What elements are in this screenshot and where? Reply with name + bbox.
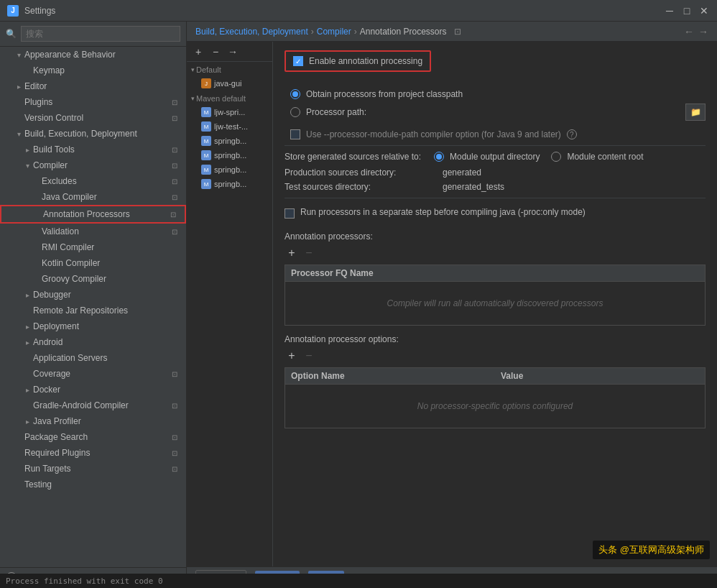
sidebar-item-label: Appearance & Behavior [24,50,180,60]
sidebar-item-coverage[interactable]: Coverage ⊡ [0,366,186,382]
sidebar-item-validation[interactable]: Validation ⊡ [0,224,186,239]
processor-path-browse-btn[interactable]: 📁 [685,104,706,121]
radio-processor-path[interactable]: Processor path: 📁 [290,104,706,121]
sidebar: 🔍 Appearance & Behavior Keymap Editor Pl… [0,22,187,588]
sidebar-item-keymap[interactable]: Keymap [0,63,186,78]
ltree-item-2[interactable]: M ljw-test-... [187,119,272,134]
module-icon: M [201,179,211,189]
sidebar-item-deployment[interactable]: Deployment [0,318,186,334]
sidebar-item-build-tools[interactable]: Build Tools ⊡ [0,142,186,157]
close-button[interactable]: ✕ [698,5,710,17]
remove-option-button[interactable]: − [302,349,316,363]
module-icon: M [201,136,211,146]
sidebar-item-java-profiler[interactable]: Java Profiler [0,413,186,429]
radio-module-content[interactable]: Module content root [551,152,643,162]
sidebar-tree: Appearance & Behavior Keymap Editor Plug… [0,47,186,567]
sidebar-item-build[interactable]: Build, Execution, Deployment [0,126,186,142]
sidebar-item-android[interactable]: Android [0,334,186,350]
minimize-button[interactable]: ─ [664,5,675,17]
breadcrumb-current: Annotation Processors [360,27,447,37]
sidebar-item-plugins[interactable]: Plugins ⊡ [0,94,186,110]
nav-back-button[interactable]: ← [684,26,694,37]
sidebar-item-required-plugins[interactable]: Required Plugins ⊡ [0,445,186,461]
enable-annotation-checkbox[interactable] [293,56,303,66]
remove-profile-button[interactable]: − [208,45,223,59]
ltree-item-label: springb... [214,151,246,160]
radio-processor-path-btn[interactable] [290,107,300,117]
sidebar-item-appearance[interactable]: Appearance & Behavior [0,47,186,63]
ltree-item-label: springb... [214,165,246,174]
breadcrumb-item-2[interactable]: Compiler [317,27,351,37]
expand-arrow [23,385,32,394]
sidebar-item-app-servers[interactable]: Application Servers [0,350,186,366]
sidebar-item-label: Java Compiler [42,192,169,202]
production-sources-label: Production sources directory: [285,167,443,178]
breadcrumb-item-1[interactable]: Build, Execution, Deployment [195,27,308,37]
ltree-item-3[interactable]: M springb... [187,134,272,148]
ltree-item-5[interactable]: M springb... [187,162,272,177]
add-option-button[interactable]: + [285,349,299,363]
expand-arrow [23,290,32,299]
radio-module-content-label: Module content root [567,152,643,162]
ltree-item-6[interactable]: M springb... [187,177,272,191]
production-sources-value: generated [443,167,481,178]
sidebar-item-label: Build Tools [33,144,169,155]
test-sources-label: Test sources directory: [285,182,443,192]
sidebar-item-groovy-compiler[interactable]: Groovy Compiler [0,271,186,287]
java-icon: J [201,78,211,88]
sidebar-item-label: Version Control [24,113,169,123]
external-icon: ⊡ [169,447,180,459]
radio-module-output[interactable]: Module output directory [434,152,540,162]
sidebar-item-rmi-compiler[interactable]: RMI Compiler [0,239,186,255]
add-processor-button[interactable]: + [285,246,299,260]
use-processor-module-checkbox[interactable] [290,129,300,139]
sidebar-item-remote-jar[interactable]: Remote Jar Repositories [0,303,186,318]
sidebar-item-java-compiler[interactable]: Java Compiler ⊡ [0,189,186,205]
sidebar-item-package-search[interactable]: Package Search ⊡ [0,429,186,445]
maximize-button[interactable]: □ [681,5,693,17]
enable-annotation-label: Enable annotation processing [309,56,422,66]
expand-arrow [23,161,32,170]
radio-module-content-btn[interactable] [551,152,561,162]
window-controls[interactable]: ─ □ ✕ [664,5,710,17]
run-processors-label: Run processors in a separate step before… [300,207,586,217]
ltree-item-label: springb... [214,137,246,145]
options-empty-text: No processor-specific options configured [417,401,573,411]
add-profile-button[interactable]: + [191,45,205,59]
module-icon: M [201,150,211,160]
external-icon: ⊡ [169,226,180,237]
sidebar-item-compiler[interactable]: Compiler ⊡ [0,157,186,173]
sidebar-item-vcs[interactable]: Version Control ⊡ [0,110,186,126]
ltree-java-gui[interactable]: J java-gui [187,76,272,91]
sidebar-item-editor[interactable]: Editor [0,78,186,94]
sidebar-item-gradle-android[interactable]: Gradle-Android Compiler ⊡ [0,398,186,413]
sidebar-item-testing[interactable]: Testing [0,477,186,492]
radio-module-output-btn[interactable] [434,152,444,162]
remove-processor-button[interactable]: − [302,246,316,260]
nav-forward-button[interactable]: → [698,26,708,37]
module-icon: M [201,107,211,117]
move-profile-button[interactable]: → [226,45,240,59]
table-header: Processor FQ Name [285,265,705,282]
processors-empty-text: Compiler will run all automatically disc… [387,298,603,308]
sidebar-item-label: Editor [24,81,180,91]
options-table-header: Option Name Value [285,368,705,385]
search-input[interactable] [21,26,180,42]
expand-arrow [23,338,32,346]
ltree-item-label: ljw-test-... [214,122,248,131]
radio-obtain-processors[interactable]: Obtain processors from project classpath [290,89,706,99]
ltree-item-label: java-gui [214,79,242,88]
sidebar-item-debugger[interactable]: Debugger [0,287,186,303]
run-processors-checkbox[interactable] [285,208,295,219]
sidebar-item-annotation-processors[interactable]: Annotation Processors ⊡ [0,205,186,224]
sidebar-item-excludes[interactable]: Excludes ⊡ [0,173,186,189]
sidebar-item-kotlin-compiler[interactable]: Kotlin Compiler [0,255,186,271]
expand-arrow [14,82,23,91]
ltree-item-4[interactable]: M springb... [187,148,272,162]
help-icon[interactable]: ? [567,129,577,139]
ltree-item-1[interactable]: M ljw-spri... [187,105,272,119]
sidebar-item-run-targets[interactable]: Run Targets ⊡ [0,461,186,477]
radio-obtain-btn[interactable] [290,89,300,99]
sidebar-item-docker[interactable]: Docker [0,382,186,398]
sidebar-item-label: Application Servers [33,353,180,363]
